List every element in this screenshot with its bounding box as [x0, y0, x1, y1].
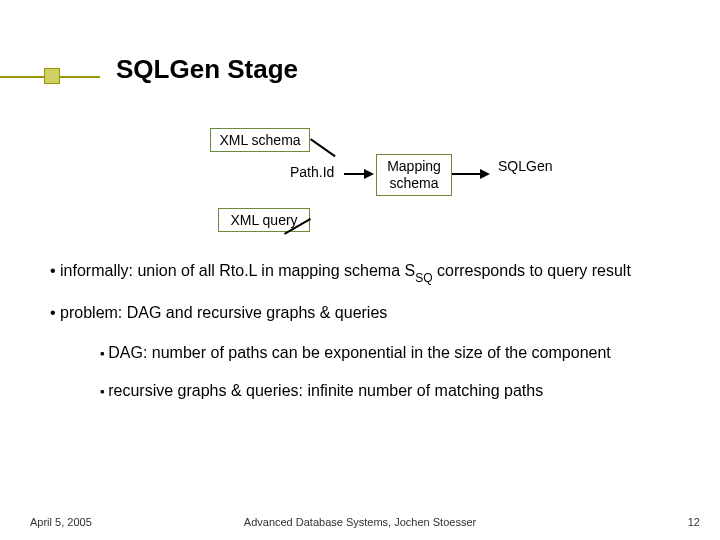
box-mapping-schema: Mapping schema	[376, 154, 452, 196]
bullet-informally: informally: union of all Rto.L in mappin…	[50, 260, 680, 284]
diagram: XML schema Path.Id Mapping schema SQLGen…	[0, 110, 720, 240]
subbullet-dag: DAG: number of paths can be exponential …	[100, 342, 680, 364]
bullet-problem: problem: DAG and recursive graphs & quer…	[50, 302, 680, 324]
subscript-sq: SQ	[415, 271, 432, 285]
page-number: 12	[688, 516, 700, 528]
slide-title: SQLGen Stage	[116, 54, 298, 85]
arrow-mapping-to-sqlgen	[452, 173, 482, 175]
box-xml-query: XML query	[218, 208, 310, 232]
bullet-text: informally: union of all Rto.L in mappin…	[60, 262, 415, 279]
footer-title: Advanced Database Systems, Jochen Stoess…	[0, 516, 720, 528]
label-sqlgen: SQLGen	[498, 158, 552, 174]
subbullet-recursive: recursive graphs & queries: infinite num…	[100, 380, 680, 402]
arrow-pathid-to-mapping	[344, 173, 366, 175]
body-text: informally: union of all Rto.L in mappin…	[50, 260, 680, 417]
arrow-head-icon	[364, 169, 374, 179]
bullet-text-post: corresponds to query result	[433, 262, 631, 279]
title-area: SQLGen Stage	[0, 28, 720, 88]
title-bullet-icon	[44, 68, 60, 84]
arrow-head-icon	[480, 169, 490, 179]
box-xml-schema: XML schema	[210, 128, 310, 152]
arrow-xmlschema-to-mapping	[310, 138, 336, 157]
label-path-id: Path.Id	[290, 164, 334, 180]
